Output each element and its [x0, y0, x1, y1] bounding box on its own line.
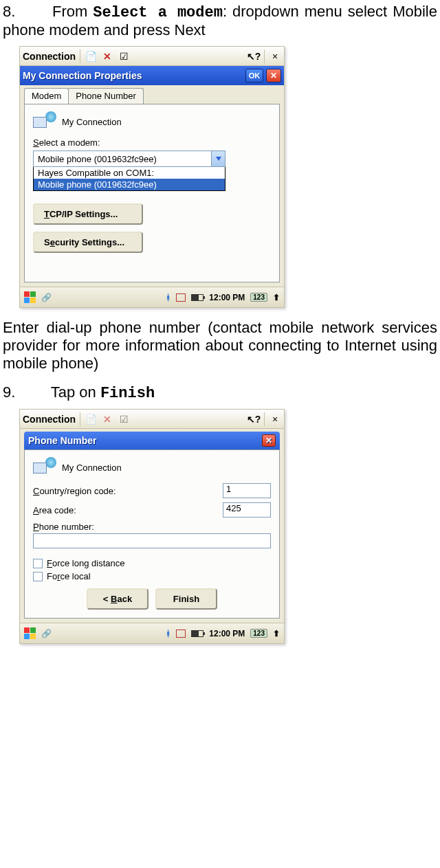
sip-keyboard-icon[interactable]: 123 [250, 293, 267, 302]
screenshot-2: Connection 📄 ✕ ☑ ↖? × Phone Number ✕ My … [19, 409, 437, 644]
dialog-title: Phone Number [28, 435, 258, 446]
battery-icon [191, 630, 204, 637]
select-modem-label: Select a modem: [33, 137, 271, 148]
combo-selected-value: Mobile phone (0019632fc9ee) [34, 154, 211, 164]
finish-button[interactable]: Finish [155, 588, 217, 610]
close-button[interactable]: ✕ [266, 69, 281, 82]
combo-item[interactable]: Hayes Compatible on COM1: [34, 167, 225, 179]
phone-number-panel: My Connection Country/region code: 1 Are… [24, 449, 280, 619]
tab-phone-number[interactable]: Phone Number [68, 88, 143, 104]
country-code-label: Country/region code: [33, 486, 223, 496]
checkbox[interactable] [33, 572, 43, 581]
modem-panel: My Connection Select a modem: Mobile pho… [24, 104, 280, 282]
close-icon[interactable]: × [269, 50, 281, 63]
chevron-down-icon[interactable] [211, 151, 225, 166]
bluetooth-icon[interactable]: ᚼ [166, 629, 170, 638]
checkbox-label: Force long distance [47, 558, 124, 568]
step-number: 8. [3, 3, 47, 21]
close-button[interactable]: ✕ [262, 434, 276, 447]
expand-tray-icon[interactable]: ⬆ [273, 629, 280, 638]
back-button[interactable]: < Back [87, 588, 148, 610]
start-icon[interactable] [24, 627, 36, 639]
toolbar-title: Connection [23, 51, 76, 62]
device-frame: Connection 📄 ✕ ☑ ↖? × My Connection Prop… [19, 46, 285, 308]
tab-modem[interactable]: Modem [24, 88, 69, 104]
signal-icon [176, 630, 186, 638]
country-code-input[interactable]: 1 [223, 483, 271, 498]
network-tray-icon[interactable]: 🔗 [41, 629, 52, 638]
battery-icon [191, 294, 204, 301]
start-icon[interactable] [24, 291, 36, 303]
force-local-row[interactable]: Force local [33, 571, 271, 581]
close-icon[interactable]: × [269, 413, 281, 425]
properties-icon[interactable]: ☑ [118, 413, 130, 425]
step-term: Select a modem [93, 4, 223, 21]
new-connection-icon[interactable]: 📄 [85, 50, 97, 63]
delete-icon[interactable]: ✕ [101, 50, 113, 63]
dialog-titlebar: Phone Number ✕ [24, 432, 280, 449]
phone-number-label: Phone number: [33, 522, 271, 532]
taskbar: 🔗 ᚼ 12:00 PM 123 ⬆ [20, 623, 284, 643]
tcpip-settings-button[interactable]: TCP/IP Settings... [33, 203, 143, 225]
device-frame: Connection 📄 ✕ ☑ ↖? × Phone Number ✕ My … [19, 409, 285, 644]
step-8: 8. From Select a modem: dropdown menu se… [3, 3, 437, 39]
help-icon[interactable]: ↖? [248, 50, 260, 63]
svg-marker-0 [216, 157, 221, 161]
window-title: My Connection Properties [23, 70, 243, 81]
toolbar-separator [264, 412, 265, 426]
screenshot-1: Connection 📄 ✕ ☑ ↖? × My Connection Prop… [19, 46, 437, 308]
step-text-prefix: Tap on [51, 383, 100, 401]
step-number: 9. [3, 383, 47, 401]
toolbar-separator [80, 412, 80, 426]
area-code-input[interactable]: 425 [223, 502, 271, 518]
tab-strip: Modem Phone Number [20, 85, 284, 104]
connection-icon [33, 111, 56, 132]
signal-icon [176, 293, 186, 302]
window-titlebar: My Connection Properties OK ✕ [20, 66, 284, 85]
force-long-distance-row[interactable]: Force long distance [33, 558, 271, 568]
area-code-label: Area code: [33, 505, 223, 515]
toolbar-separator [80, 49, 80, 63]
security-settings-button[interactable]: Security Settings... [33, 232, 143, 253]
connection-name: My Connection [62, 117, 122, 127]
expand-tray-icon[interactable]: ⬆ [273, 293, 280, 302]
modem-combo-list: Hayes Compatible on COM1: Mobile phone (… [33, 166, 226, 191]
step-term: Finish [100, 385, 155, 402]
connection-icon [33, 457, 56, 478]
ok-button[interactable]: OK [245, 69, 263, 82]
properties-icon[interactable]: ☑ [118, 50, 130, 63]
combo-item-selected[interactable]: Mobile phone (0019632fc9ee) [34, 179, 225, 190]
sip-keyboard-icon[interactable]: 123 [250, 629, 267, 638]
step-text-prefix: From [52, 3, 93, 20]
new-connection-icon[interactable]: 📄 [85, 413, 97, 425]
network-tray-icon[interactable]: 🔗 [41, 293, 52, 302]
modem-combo[interactable]: Mobile phone (0019632fc9ee) [33, 151, 226, 167]
clock: 12:00 PM [209, 293, 245, 302]
step-9: 9. Tap on Finish [3, 383, 437, 402]
checkbox[interactable] [33, 559, 43, 568]
help-icon[interactable]: ↖? [248, 413, 260, 425]
taskbar: 🔗 ᚼ 12:00 PM 123 ⬆ [20, 287, 284, 307]
checkbox-label: Force local [47, 571, 91, 581]
connection-name: My Connection [62, 463, 122, 473]
instruction-paragraph: Enter dial-up phone number (contact mobi… [3, 319, 437, 372]
toolbar-title: Connection [23, 414, 76, 425]
phone-number-input[interactable] [33, 533, 271, 548]
app-toolbar: Connection 📄 ✕ ☑ ↖? × [20, 47, 284, 66]
bluetooth-icon[interactable]: ᚼ [166, 293, 170, 302]
delete-icon[interactable]: ✕ [101, 413, 113, 425]
toolbar-separator [264, 49, 265, 63]
app-toolbar: Connection 📄 ✕ ☑ ↖? × [20, 410, 284, 429]
clock: 12:00 PM [209, 629, 245, 638]
